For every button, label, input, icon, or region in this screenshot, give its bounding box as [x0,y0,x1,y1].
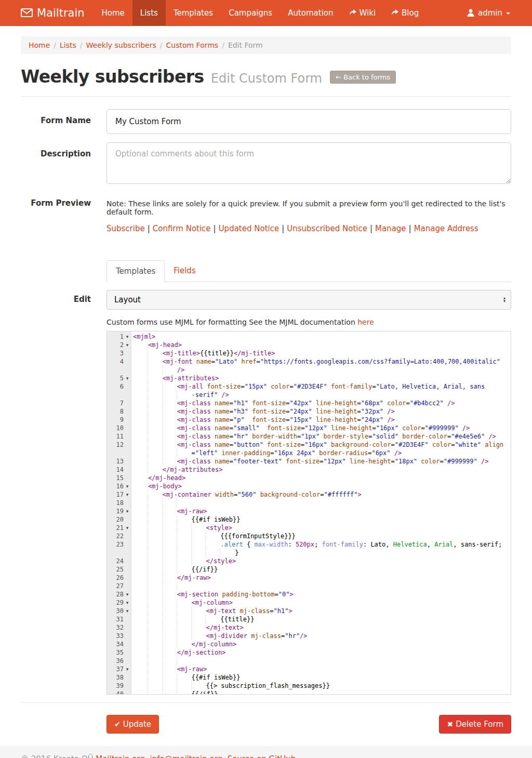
fold-arrow-icon[interactable]: ▾ [124,509,131,514]
preview-link-confirm-notice[interactable]: Confirm Notice [153,224,211,233]
code-line [133,499,511,507]
indent-guide [177,682,192,690]
user-icon [467,9,474,17]
code-editor[interactable]: 1▾2▾345▾678910111213141516▾17▾1819▾2021▾… [107,331,511,695]
nav-item-templates[interactable]: Templates [166,0,221,25]
code-token: "18px" [395,458,417,465]
mjml-docs-link[interactable]: here [357,318,374,326]
editor-code[interactable]: <mjml><mj-head><mj-title>{{title}}</mj-t… [131,331,511,694]
nav-item-campaigns[interactable]: Campaigns [221,0,280,25]
code-token: = [230,441,233,448]
fold-arrow-icon[interactable]: ▾ [124,492,131,497]
footer-link-source-on-github[interactable]: Source on GitHub [228,754,296,758]
template-select-value: Layout [114,295,141,304]
delete-form-button[interactable]: ✖Delete Form [439,715,511,734]
code-token: /> [300,632,307,640]
preview-link-updated-notice[interactable]: Updated Notice [219,224,280,233]
breadcrumb-current: Edit Form [228,41,263,49]
code-token: /> [459,424,470,432]
footer-link-mailtrain-org[interactable]: Mailtrain.org [96,754,145,758]
breadcrumb-link-lists[interactable]: Lists [60,41,76,49]
nav-item-blog[interactable]: Blog [383,0,427,25]
fold-arrow-icon[interactable]: ▾ [124,334,131,339]
code-token: <mj-font [163,358,193,365]
page-subtitle: Edit Custom Form [211,71,322,86]
code-token: </mj-title> [234,350,275,357]
preview-link-unsubscribed-notice[interactable]: Unsubscribed Notice [287,224,367,233]
code-line: <mj-attributes> [133,374,511,382]
gutter-line: 4 [107,357,131,366]
nav-item-automation[interactable]: Automation [280,0,341,25]
fold-arrow-icon[interactable]: ▾ [124,525,131,530]
preview-links: Subscribe|Confirm Notice|Updated Notice|… [107,224,511,233]
code-line: {{/if}} [133,690,511,694]
gutter-line: 19▾ [107,507,131,515]
code-token: "15px" [289,416,312,423]
fold-arrow-icon[interactable]: ▾ [124,376,131,381]
description-textarea[interactable] [107,142,511,184]
gutter-line: 3 [107,349,131,357]
preview-link-separator: | [406,224,414,233]
template-select[interactable]: Layout ▴▾ [107,290,511,310]
indent-guide [133,432,148,441]
nav-item-home[interactable]: Home [94,0,132,25]
indent-guide [148,574,163,582]
nav-item-wiki[interactable]: Wiki [341,0,384,25]
breadcrumb-link-weekly-subscribers[interactable]: Weekly subscribers [86,41,156,49]
indent-guide [133,474,148,482]
fold-arrow-icon[interactable]: ▾ [124,600,131,605]
indent-guide [191,632,206,640]
code-token: {{#if isWeb}} [192,516,241,523]
indent-guide [148,607,163,615]
form-name-input[interactable] [107,109,511,134]
indent-guide [148,349,163,357]
code-token: "#e4e5e6" [451,433,485,440]
preview-link-manage[interactable]: Manage [375,224,406,233]
fold-arrow-icon[interactable]: ▾ [124,592,131,597]
indent-guide [148,582,163,590]
fold-arrow-icon[interactable]: ▾ [124,484,131,489]
tab-fields[interactable]: Fields [165,260,204,282]
code-line: /> [133,366,511,374]
indent-guide [148,557,163,565]
code-token: Helvetica [393,541,427,548]
code-line: <mj-divider mj-class="hr"/> [133,632,511,640]
update-button[interactable]: ✔Update [107,715,159,734]
back-to-forms-button[interactable]: ← Back to forms [330,71,396,84]
preview-link-subscribe[interactable]: Subscribe [107,224,145,233]
fold-arrow-icon[interactable]: ▾ [124,608,131,614]
user-label: admin [478,8,502,18]
fold-arrow-icon[interactable]: ▾ [124,342,131,348]
brand[interactable]: Mailtrain [0,0,94,25]
indent-guide [191,532,206,540]
indent-guide [162,682,177,690]
indent-guide [162,690,177,694]
line-number: 19 [116,508,124,515]
indent-guide [177,640,192,648]
gutter-line: 9 [107,416,131,424]
indent-guide [162,632,177,640]
code-token: <mj-raw> [177,508,207,515]
fold-arrow-icon[interactable]: ▾ [124,667,131,672]
breadcrumb-link-custom-forms[interactable]: Custom Forms [166,41,219,49]
line-number: 18 [116,499,124,507]
tab-templates[interactable]: Templates [107,260,165,282]
line-number: 29 [116,599,124,606]
user-menu[interactable]: admin [467,0,532,25]
nav-item-lists[interactable]: Lists [132,0,166,25]
indent-guide [162,565,177,574]
preview-link-manage-address[interactable]: Manage Address [414,224,478,233]
code-token: color [429,441,451,448]
breadcrumb-separator: / [156,41,166,49]
indent-guide [162,366,177,374]
code-line [133,582,511,590]
indent-guide [133,615,148,623]
code-token: name [211,441,230,448]
indent-guide [177,499,192,507]
indent-guide [162,499,177,507]
edit-label: Edit [21,290,107,310]
indent-guide [133,399,148,407]
indent-guide [148,490,163,499]
breadcrumb-link-home[interactable]: Home [29,41,50,49]
footer-link-info-mailtrain-org[interactable]: info@mailtrain.org [150,754,223,758]
